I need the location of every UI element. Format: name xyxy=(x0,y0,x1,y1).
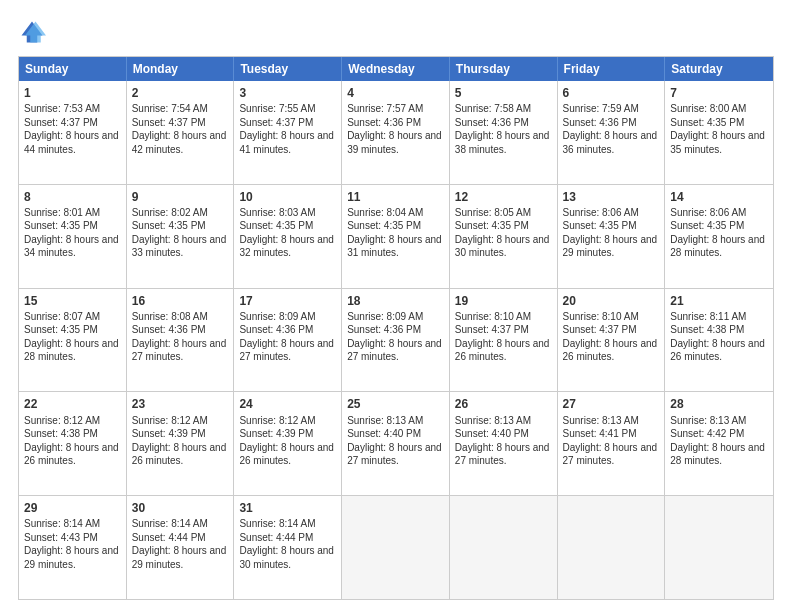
sunset-time: Sunset: 4:36 PM xyxy=(347,324,421,335)
sunrise-time: Sunrise: 7:54 AM xyxy=(132,103,208,114)
header-day-tuesday: Tuesday xyxy=(234,57,342,81)
sunrise-time: Sunrise: 8:10 AM xyxy=(563,311,639,322)
day-cell-25: 25Sunrise: 8:13 AMSunset: 4:40 PMDayligh… xyxy=(342,392,450,495)
sunset-time: Sunset: 4:35 PM xyxy=(239,220,313,231)
daylight-hours: Daylight: 8 hours and 27 minutes. xyxy=(455,442,550,467)
day-cell-29: 29Sunrise: 8:14 AMSunset: 4:43 PMDayligh… xyxy=(19,496,127,599)
sunset-time: Sunset: 4:43 PM xyxy=(24,532,98,543)
header-day-thursday: Thursday xyxy=(450,57,558,81)
daylight-hours: Daylight: 8 hours and 30 minutes. xyxy=(455,234,550,259)
day-cell-13: 13Sunrise: 8:06 AMSunset: 4:35 PMDayligh… xyxy=(558,185,666,288)
daylight-hours: Daylight: 8 hours and 36 minutes. xyxy=(563,130,658,155)
day-number: 22 xyxy=(24,396,121,412)
daylight-hours: Daylight: 8 hours and 26 minutes. xyxy=(455,338,550,363)
day-number: 3 xyxy=(239,85,336,101)
sunset-time: Sunset: 4:35 PM xyxy=(563,220,637,231)
daylight-hours: Daylight: 8 hours and 27 minutes. xyxy=(132,338,227,363)
day-number: 11 xyxy=(347,189,444,205)
sunset-time: Sunset: 4:38 PM xyxy=(24,428,98,439)
daylight-hours: Daylight: 8 hours and 34 minutes. xyxy=(24,234,119,259)
sunrise-time: Sunrise: 8:14 AM xyxy=(132,518,208,529)
day-cell-15: 15Sunrise: 8:07 AMSunset: 4:35 PMDayligh… xyxy=(19,289,127,392)
sunset-time: Sunset: 4:36 PM xyxy=(347,117,421,128)
day-cell-9: 9Sunrise: 8:02 AMSunset: 4:35 PMDaylight… xyxy=(127,185,235,288)
sunrise-time: Sunrise: 8:06 AM xyxy=(563,207,639,218)
day-number: 13 xyxy=(563,189,660,205)
empty-cell xyxy=(558,496,666,599)
day-number: 31 xyxy=(239,500,336,516)
calendar: SundayMondayTuesdayWednesdayThursdayFrid… xyxy=(18,56,774,600)
day-number: 21 xyxy=(670,293,768,309)
sunset-time: Sunset: 4:35 PM xyxy=(670,117,744,128)
sunrise-time: Sunrise: 8:10 AM xyxy=(455,311,531,322)
week-row-4: 22Sunrise: 8:12 AMSunset: 4:38 PMDayligh… xyxy=(19,391,773,495)
day-number: 25 xyxy=(347,396,444,412)
day-number: 7 xyxy=(670,85,768,101)
logo-icon xyxy=(18,18,46,46)
day-number: 20 xyxy=(563,293,660,309)
day-number: 23 xyxy=(132,396,229,412)
daylight-hours: Daylight: 8 hours and 39 minutes. xyxy=(347,130,442,155)
daylight-hours: Daylight: 8 hours and 33 minutes. xyxy=(132,234,227,259)
day-number: 10 xyxy=(239,189,336,205)
sunset-time: Sunset: 4:38 PM xyxy=(670,324,744,335)
daylight-hours: Daylight: 8 hours and 27 minutes. xyxy=(347,442,442,467)
sunrise-time: Sunrise: 7:58 AM xyxy=(455,103,531,114)
calendar-body: 1Sunrise: 7:53 AMSunset: 4:37 PMDaylight… xyxy=(19,81,773,599)
sunrise-time: Sunrise: 8:13 AM xyxy=(670,415,746,426)
daylight-hours: Daylight: 8 hours and 27 minutes. xyxy=(563,442,658,467)
daylight-hours: Daylight: 8 hours and 26 minutes. xyxy=(239,442,334,467)
logo xyxy=(18,18,50,46)
sunrise-time: Sunrise: 7:53 AM xyxy=(24,103,100,114)
sunset-time: Sunset: 4:37 PM xyxy=(455,324,529,335)
header-day-friday: Friday xyxy=(558,57,666,81)
daylight-hours: Daylight: 8 hours and 28 minutes. xyxy=(670,442,765,467)
sunset-time: Sunset: 4:35 PM xyxy=(132,220,206,231)
daylight-hours: Daylight: 8 hours and 26 minutes. xyxy=(132,442,227,467)
sunset-time: Sunset: 4:35 PM xyxy=(24,324,98,335)
header xyxy=(18,18,774,46)
sunset-time: Sunset: 4:37 PM xyxy=(24,117,98,128)
sunrise-time: Sunrise: 8:12 AM xyxy=(239,415,315,426)
sunrise-time: Sunrise: 8:08 AM xyxy=(132,311,208,322)
day-number: 2 xyxy=(132,85,229,101)
day-cell-17: 17Sunrise: 8:09 AMSunset: 4:36 PMDayligh… xyxy=(234,289,342,392)
sunset-time: Sunset: 4:35 PM xyxy=(24,220,98,231)
sunset-time: Sunset: 4:42 PM xyxy=(670,428,744,439)
page: SundayMondayTuesdayWednesdayThursdayFrid… xyxy=(0,0,792,612)
sunrise-time: Sunrise: 8:11 AM xyxy=(670,311,746,322)
sunset-time: Sunset: 4:36 PM xyxy=(563,117,637,128)
day-number: 4 xyxy=(347,85,444,101)
day-number: 18 xyxy=(347,293,444,309)
sunrise-time: Sunrise: 8:13 AM xyxy=(563,415,639,426)
daylight-hours: Daylight: 8 hours and 26 minutes. xyxy=(670,338,765,363)
sunrise-time: Sunrise: 8:05 AM xyxy=(455,207,531,218)
daylight-hours: Daylight: 8 hours and 31 minutes. xyxy=(347,234,442,259)
sunset-time: Sunset: 4:35 PM xyxy=(347,220,421,231)
daylight-hours: Daylight: 8 hours and 29 minutes. xyxy=(132,545,227,570)
daylight-hours: Daylight: 8 hours and 41 minutes. xyxy=(239,130,334,155)
sunset-time: Sunset: 4:36 PM xyxy=(239,324,313,335)
sunrise-time: Sunrise: 8:12 AM xyxy=(132,415,208,426)
sunset-time: Sunset: 4:44 PM xyxy=(132,532,206,543)
day-number: 14 xyxy=(670,189,768,205)
empty-cell xyxy=(450,496,558,599)
week-row-3: 15Sunrise: 8:07 AMSunset: 4:35 PMDayligh… xyxy=(19,288,773,392)
day-number: 26 xyxy=(455,396,552,412)
day-cell-8: 8Sunrise: 8:01 AMSunset: 4:35 PMDaylight… xyxy=(19,185,127,288)
day-number: 15 xyxy=(24,293,121,309)
daylight-hours: Daylight: 8 hours and 28 minutes. xyxy=(24,338,119,363)
sunrise-time: Sunrise: 8:00 AM xyxy=(670,103,746,114)
sunrise-time: Sunrise: 8:13 AM xyxy=(455,415,531,426)
day-number: 29 xyxy=(24,500,121,516)
sunset-time: Sunset: 4:39 PM xyxy=(239,428,313,439)
sunset-time: Sunset: 4:40 PM xyxy=(347,428,421,439)
calendar-header: SundayMondayTuesdayWednesdayThursdayFrid… xyxy=(19,57,773,81)
sunrise-time: Sunrise: 8:02 AM xyxy=(132,207,208,218)
day-cell-10: 10Sunrise: 8:03 AMSunset: 4:35 PMDayligh… xyxy=(234,185,342,288)
sunrise-time: Sunrise: 8:14 AM xyxy=(24,518,100,529)
empty-cell xyxy=(342,496,450,599)
daylight-hours: Daylight: 8 hours and 30 minutes. xyxy=(239,545,334,570)
day-cell-20: 20Sunrise: 8:10 AMSunset: 4:37 PMDayligh… xyxy=(558,289,666,392)
sunset-time: Sunset: 4:37 PM xyxy=(132,117,206,128)
